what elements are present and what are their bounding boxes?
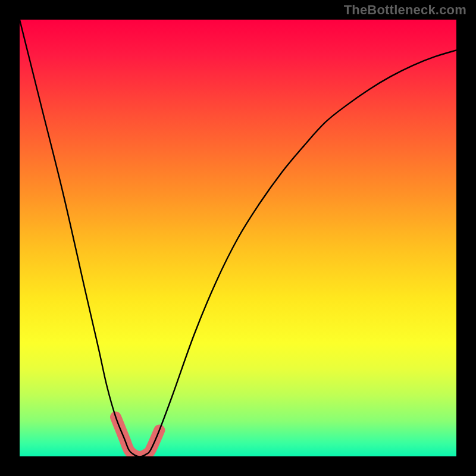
bottleneck-curve bbox=[20, 20, 456, 456]
outer-frame: TheBottleneck.com bbox=[0, 0, 476, 476]
plot-area bbox=[20, 20, 456, 456]
valley-highlight bbox=[115, 417, 159, 456]
watermark-text: TheBottleneck.com bbox=[344, 2, 466, 18]
curve-svg bbox=[20, 20, 456, 456]
